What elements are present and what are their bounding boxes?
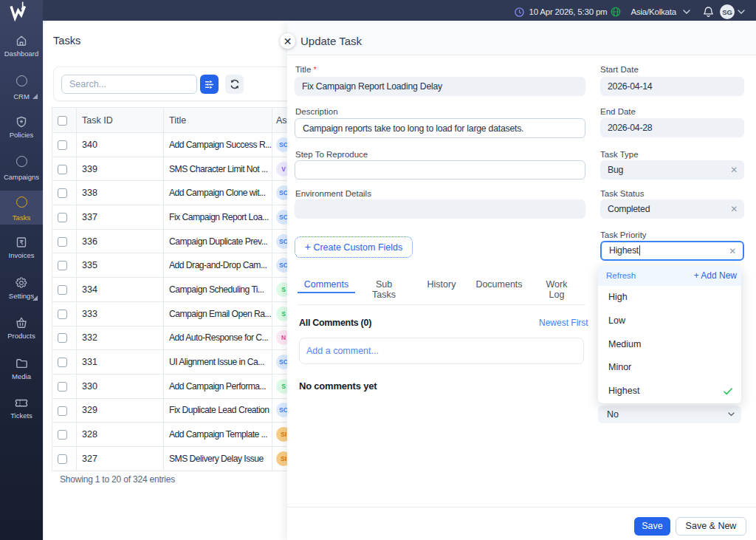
svg-text:₹: ₹ [19,239,23,246]
